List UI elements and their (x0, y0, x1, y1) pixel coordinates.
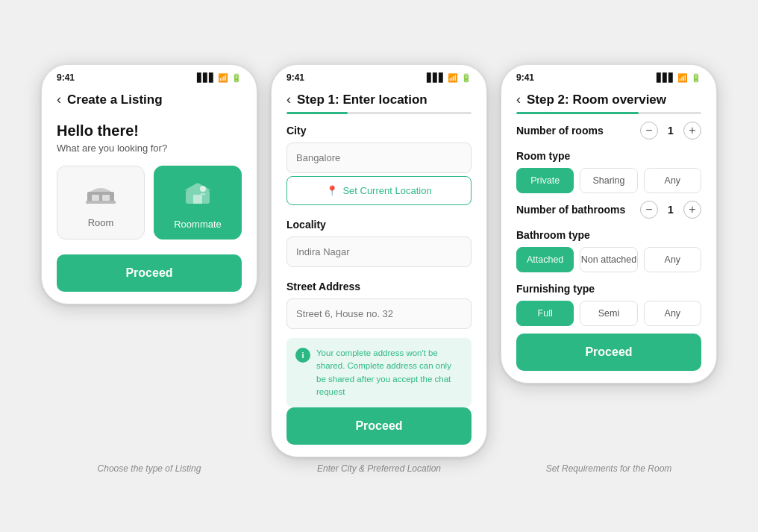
bathroom-type-label: Bathroom type (516, 229, 701, 241)
phone-screen-3: 9:41 ▋▋▋ 📶 🔋 ‹ Step 2: Room overview Num… (501, 64, 717, 384)
bathrooms-decrement[interactable]: − (640, 201, 658, 219)
bathrooms-label: Number of bathrooms (516, 204, 625, 216)
subtext-1: What are you looking for? (57, 143, 242, 154)
bathrooms-increment[interactable]: + (683, 201, 701, 219)
location-btn-label: Set Current Location (342, 185, 431, 196)
svg-rect-2 (102, 195, 110, 201)
signal-icon-2: ▋▋▋ (427, 73, 445, 83)
bathroom-type-group: Attached Non attached Any (516, 247, 701, 272)
proceed-btn-1[interactable]: Proceed (57, 254, 242, 292)
status-bar-3: 9:41 ▋▋▋ 📶 🔋 (501, 65, 716, 86)
nav-bar-3: ‹ Step 2: Room overview (501, 86, 716, 112)
time-1: 9:41 (57, 72, 75, 83)
rooms-label: Number of rooms (516, 125, 604, 137)
captions-row: Choose the type of Listing Enter City & … (0, 457, 758, 481)
battery-icon-3: 🔋 (691, 73, 701, 83)
status-icons-3: ▋▋▋ 📶 🔋 (657, 73, 701, 83)
listing-options: Room Roommate (57, 166, 242, 240)
room-type-private[interactable]: Private (516, 168, 574, 193)
rooms-increment[interactable]: + (683, 122, 701, 140)
location-btn[interactable]: 📍 Set Current Location (286, 176, 472, 205)
bathroom-type-nonattached[interactable]: Non attached (580, 247, 637, 272)
wifi-icon-3: 📶 (677, 73, 688, 83)
furnishing-semi[interactable]: Semi (580, 301, 637, 326)
nav-title-1: Create a Listing (67, 93, 163, 107)
time-3: 9:41 (516, 72, 534, 83)
svg-rect-1 (92, 195, 99, 201)
room-type-label: Room type (516, 150, 701, 162)
bathroom-type-any[interactable]: Any (644, 247, 701, 272)
address-label: Street Address (286, 281, 472, 292)
info-box: i Your complete address won't be shared.… (286, 338, 472, 407)
rooms-stepper: − 1 + (640, 122, 701, 140)
screen3-content: Number of rooms − 1 + Room type Private … (501, 114, 716, 383)
roommate-card[interactable]: Roommate (154, 166, 242, 240)
wifi-icon: 📶 (218, 73, 228, 83)
rooms-value: 1 (665, 125, 676, 137)
city-input[interactable] (286, 143, 472, 173)
info-text: Your complete address won't be shared. C… (316, 347, 463, 398)
proceed-btn-3[interactable]: Proceed (516, 334, 701, 371)
location-pin-icon: 📍 (326, 185, 338, 196)
locality-label: Locality (286, 219, 472, 231)
nav-bar-1: ‹ Create a Listing (42, 86, 257, 112)
svg-rect-5 (193, 195, 202, 204)
back-button-1[interactable]: ‹ (57, 92, 61, 107)
furnishing-type-group: Full Semi Any (516, 301, 701, 326)
nav-title-2: Step 1: Enter location (297, 93, 427, 107)
roommate-label: Roommate (174, 219, 222, 230)
status-icons-1: ▋▋▋ 📶 🔋 (197, 73, 242, 83)
bathrooms-stepper: − 1 + (640, 201, 701, 219)
battery-icon: 🔋 (231, 73, 242, 83)
phone-screen-1: 9:41 ▋▋▋ 📶 🔋 ‹ Create a Listing Hello th… (41, 64, 257, 304)
caption-2: Enter City & Preferred Location (271, 463, 487, 474)
screens-row: 9:41 ▋▋▋ 📶 🔋 ‹ Create a Listing Hello th… (28, 51, 730, 457)
greeting-1: Hello there! (57, 122, 242, 140)
svg-point-6 (200, 186, 206, 192)
bathroom-type-attached[interactable]: Attached (516, 247, 574, 272)
room-type-any[interactable]: Any (644, 168, 701, 193)
rooms-stepper-row: Number of rooms − 1 + (516, 122, 701, 140)
screen1-content: Hello there! What are you looking for? R… (42, 112, 257, 304)
caption-1: Choose the type of Listing (41, 463, 257, 474)
room-icon (86, 181, 116, 211)
svg-rect-3 (86, 201, 116, 204)
locality-input[interactable] (286, 237, 472, 267)
signal-icon: ▋▋▋ (197, 73, 215, 83)
furnishing-any[interactable]: Any (644, 301, 701, 326)
battery-icon-2: 🔋 (461, 73, 472, 83)
roommate-icon (183, 180, 213, 213)
status-bar-1: 9:41 ▋▋▋ 📶 🔋 (42, 65, 257, 86)
furnishing-full[interactable]: Full (516, 301, 574, 326)
back-button-3[interactable]: ‹ (516, 92, 521, 107)
signal-icon-3: ▋▋▋ (657, 73, 674, 83)
status-icons-2: ▋▋▋ 📶 🔋 (427, 73, 472, 83)
info-icon: i (295, 348, 310, 363)
time-2: 9:41 (286, 72, 304, 83)
bathrooms-stepper-row: Number of bathrooms − 1 + (516, 201, 701, 219)
room-label: Room (88, 217, 114, 228)
room-type-group: Private Sharing Any (516, 168, 701, 193)
room-section: Number of rooms − 1 + Room type Private … (516, 122, 701, 334)
proceed-btn-2[interactable]: Proceed (286, 407, 472, 445)
svg-rect-0 (87, 192, 114, 202)
status-bar-2: 9:41 ▋▋▋ 📶 🔋 (272, 65, 486, 86)
nav-title-3: Step 2: Room overview (527, 93, 666, 107)
room-type-sharing[interactable]: Sharing (580, 168, 637, 193)
room-card[interactable]: Room (57, 166, 145, 240)
bathrooms-value: 1 (665, 204, 676, 216)
phone-screen-2: 9:41 ▋▋▋ 📶 🔋 ‹ Step 1: Enter location Ci… (271, 64, 487, 457)
wifi-icon-2: 📶 (448, 73, 458, 83)
screen2-content: City 📍 Set Current Location Locality Str… (272, 114, 486, 457)
caption-3: Set Requirements for the Room (501, 463, 717, 474)
nav-bar-2: ‹ Step 1: Enter location (272, 86, 486, 112)
furnishing-label: Furnishing type (516, 283, 701, 295)
address-input[interactable] (286, 298, 472, 329)
back-button-2[interactable]: ‹ (286, 92, 291, 107)
rooms-decrement[interactable]: − (640, 122, 658, 140)
city-label: City (286, 125, 472, 137)
